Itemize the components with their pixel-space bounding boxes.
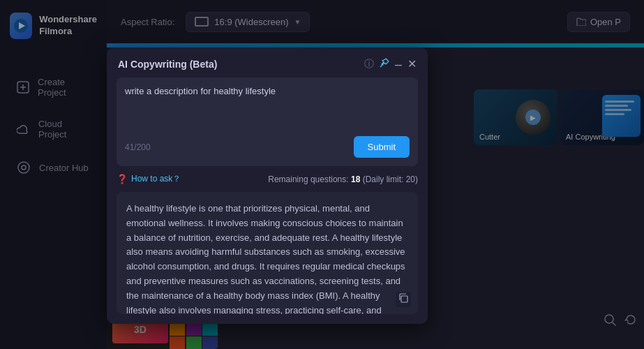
how-to-ask-link[interactable]: ❓ How to ask？ <box>117 173 181 185</box>
how-to-ask-row: ❓ How to ask？ Remaining questions: 18 (D… <box>107 166 428 192</box>
result-text: A healthy lifestyle is one that prioriti… <box>126 202 408 314</box>
result-area: A healthy lifestyle is one that prioriti… <box>117 192 418 314</box>
how-to-ask-label: How to ask？ <box>131 173 181 185</box>
ai-copywriting-modal: AI Copywriting (Beta) ⓘ – ✕ 41/200 Submi… <box>107 47 428 324</box>
svg-line-9 <box>380 65 382 67</box>
prompt-input[interactable] <box>125 86 410 128</box>
submit-button[interactable]: Submit <box>354 136 410 158</box>
remaining-questions: Remaining questions: 18 (Daily limit: 20… <box>268 174 418 184</box>
info-icon[interactable]: ⓘ <box>364 58 374 70</box>
svg-rect-10 <box>401 296 407 302</box>
pin-icon[interactable] <box>380 58 389 70</box>
question-icon: ❓ <box>117 174 128 184</box>
char-count: 41/200 <box>125 142 151 152</box>
modal-title: AI Copywriting (Beta) <box>118 59 359 70</box>
copy-button[interactable] <box>396 292 411 307</box>
textarea-wrapper: 41/200 Submit <box>117 77 418 166</box>
textarea-footer: 41/200 Submit <box>125 136 410 158</box>
close-icon[interactable]: ✕ <box>407 57 417 70</box>
modal-header: AI Copywriting (Beta) ⓘ – ✕ <box>107 47 428 77</box>
minimize-icon[interactable]: – <box>395 58 402 70</box>
